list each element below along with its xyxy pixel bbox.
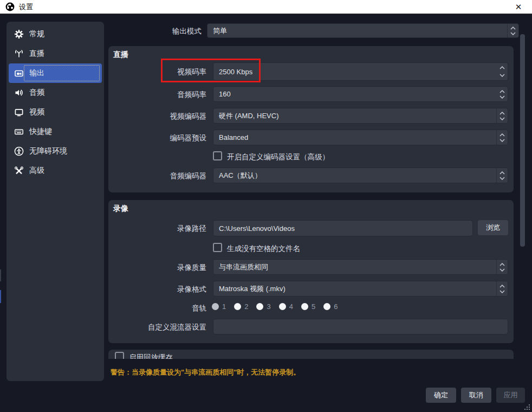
audio-track-label: 音轨: [114, 304, 206, 313]
video-encoder-select[interactable]: 硬件 (AMD, HEVC): [213, 108, 508, 124]
sidebar-item-advanced[interactable]: 高级: [9, 161, 102, 181]
browse-button[interactable]: 浏览: [478, 220, 508, 235]
sidebar-item-label: 高级: [29, 166, 44, 176]
sidebar-item-general[interactable]: 常规: [9, 24, 102, 44]
radio: [301, 303, 308, 310]
keyboard-icon: [14, 127, 24, 137]
cancel-button[interactable]: 取消: [461, 388, 491, 403]
audio-encoder-label: 音频编码器: [114, 171, 206, 181]
ok-button[interactable]: 确定: [426, 388, 456, 403]
speaker-icon: [14, 88, 24, 98]
audio-track-option-4[interactable]: 4: [279, 302, 293, 311]
output-icon: [14, 68, 24, 78]
dropdown-chevrons: [496, 168, 508, 183]
dropdown-chevrons: [496, 281, 508, 296]
chevron-up-icon: [499, 112, 505, 115]
radio: [279, 303, 286, 310]
dropdown-chevrons: [496, 108, 508, 123]
resize-grip[interactable]: [524, 404, 530, 410]
radio: [234, 303, 241, 310]
audio-track-radios: 1 2 3 4 5 6: [212, 302, 338, 311]
chevron-up-icon: [499, 263, 505, 266]
section-title-recording: 录像: [113, 204, 128, 214]
sidebar-item-output[interactable]: 输出: [9, 63, 102, 83]
gear-icon: [14, 29, 24, 39]
dropdown-chevrons: [507, 24, 518, 37]
dropdown-chevrons: [496, 130, 508, 145]
sidebar-item-label: 直播: [29, 49, 44, 59]
sidebar-item-label: 音频: [29, 88, 44, 98]
audio-encoder-select[interactable]: AAC（默认）: [213, 168, 508, 183]
apply-button[interactable]: 应用: [496, 388, 525, 403]
background-window-sliver-gray: [0, 269, 1, 281]
sidebar-item-hotkeys[interactable]: 快捷键: [9, 122, 102, 141]
chevron-down-icon: [499, 290, 505, 293]
audio-track-option-2[interactable]: 2: [234, 302, 248, 311]
custom-muxer-label: 自定义混流器设置: [114, 323, 206, 332]
settings-window: 设置 ✕ 常规: [0, 0, 532, 412]
window-title: 设置: [19, 2, 33, 12]
spinner-arrows: [496, 87, 508, 101]
no-space-filename-checkbox[interactable]: [213, 243, 222, 252]
radio-selected: [212, 303, 219, 310]
recording-format-label: 录像格式: [114, 285, 206, 294]
monitor-icon: [14, 107, 24, 117]
scrollbar-thumb[interactable]: [520, 34, 525, 247]
annotation-highlight-box: [161, 59, 261, 82]
chevron-down-icon: [499, 117, 505, 120]
custom-encoder-checkbox[interactable]: [213, 151, 222, 160]
sidebar-item-label: 视频: [29, 107, 44, 117]
audio-bitrate-label: 音频码率: [114, 90, 206, 100]
encoder-preset-label: 编码器预设: [114, 133, 206, 143]
recording-format-select[interactable]: Matroska 视频 (.mkv): [213, 281, 508, 297]
recording-path-label: 录像路径: [114, 224, 206, 234]
custom-encoder-checkbox-label: 开启自定义编码器设置（高级）: [227, 152, 329, 162]
chevron-up-icon: [499, 90, 505, 93]
tools-icon: [14, 166, 24, 176]
audio-track-option-5[interactable]: 5: [301, 302, 315, 311]
audio-track-option-1[interactable]: 1: [212, 302, 226, 311]
chevron-up-icon: [499, 133, 505, 137]
replay-buffer-section-clipped: 启用回放缓存: [108, 350, 514, 359]
chevron-up-icon: [499, 285, 505, 288]
audio-track-option-6[interactable]: 6: [323, 302, 338, 311]
settings-sidebar: 常规 直播 输出: [7, 22, 104, 381]
recording-path-input[interactable]: C:\Users\Lenovo\Videos: [213, 220, 473, 236]
chevron-down-icon: [510, 32, 516, 35]
chevron-down-icon: [499, 268, 505, 272]
output-mode-select[interactable]: 简单: [207, 23, 519, 38]
recording-quality-select[interactable]: 与串流画质相同: [213, 259, 508, 275]
focus-outline: [24, 65, 100, 81]
audio-bitrate-spinbox[interactable]: 160: [213, 86, 508, 102]
audio-track-option-3[interactable]: 3: [256, 302, 270, 311]
chevron-up-icon: [499, 66, 505, 69]
custom-muxer-input[interactable]: [213, 319, 508, 334]
video-encoder-label: 视频编码器: [114, 112, 206, 121]
sidebar-item-video[interactable]: 视频: [9, 102, 102, 122]
sidebar-item-label: 无障碍环境: [29, 146, 67, 156]
radio: [256, 303, 263, 310]
section-title-streaming: 直播: [113, 50, 128, 60]
sidebar-item-accessibility[interactable]: 无障碍环境: [9, 141, 102, 161]
chevron-down-icon: [499, 139, 505, 142]
recording-section: 录像 录像路径 C:\Users\Lenovo\Videos 浏览 生成没有空格…: [108, 200, 514, 343]
sidebar-item-audio[interactable]: 音频: [9, 83, 102, 102]
chevron-down-icon: [499, 74, 505, 77]
encoder-preset-select[interactable]: Balanced: [213, 130, 508, 145]
enable-replay-buffer-label: 启用回放缓存: [129, 353, 173, 359]
chevron-down-icon: [499, 95, 505, 99]
obs-logo-icon: [5, 2, 15, 11]
close-icon[interactable]: ✕: [510, 2, 527, 12]
titlebar: 设置 ✕: [0, 0, 532, 14]
spinner-arrows: [496, 63, 508, 80]
enable-replay-buffer-checkbox[interactable]: [115, 352, 124, 359]
sidebar-item-stream[interactable]: 直播: [9, 44, 102, 63]
radio: [323, 303, 330, 310]
chevron-down-icon: [499, 177, 505, 180]
background-window-sliver-blue: [0, 290, 1, 303]
output-mode-label: 输出模式: [109, 27, 202, 36]
broadcast-icon: [14, 49, 24, 59]
chevron-up-icon: [510, 27, 516, 30]
sidebar-item-label: 快捷键: [29, 127, 52, 137]
recording-quality-warning: 警告：当录像质量设为"与串流画质相同"时，无法暂停录制。: [111, 368, 300, 377]
